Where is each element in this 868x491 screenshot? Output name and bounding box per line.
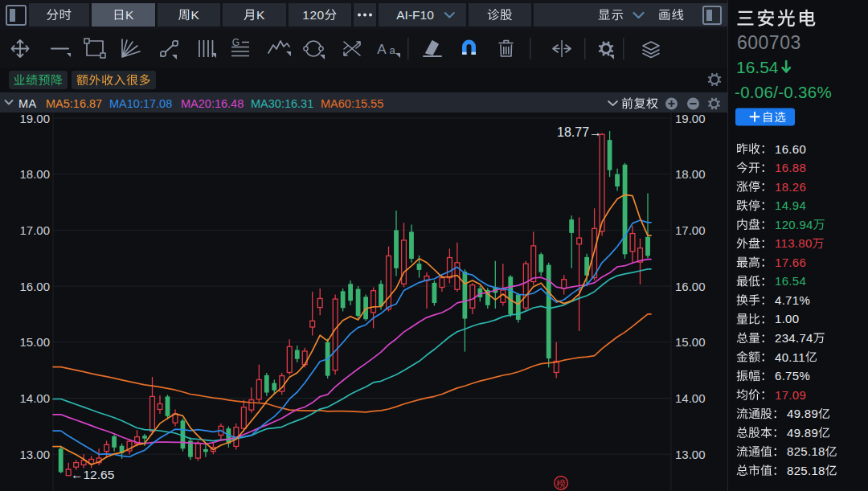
- svg-text:49.89: 49.89: [787, 426, 818, 440]
- svg-text:16.88: 16.88: [775, 161, 806, 174]
- svg-text:K: K: [256, 8, 265, 22]
- svg-text:113.80: 113.80: [775, 236, 813, 250]
- svg-text:18.00: 18.00: [675, 167, 706, 181]
- svg-text:16.00: 16.00: [675, 280, 706, 293]
- svg-text:17.00: 17.00: [675, 223, 706, 237]
- svg-text:15.00: 15.00: [675, 335, 706, 349]
- svg-text:13.00: 13.00: [19, 448, 50, 461]
- svg-text:15.00: 15.00: [19, 335, 50, 349]
- svg-text:G: G: [232, 37, 240, 48]
- svg-text:←12.65: ←12.65: [71, 468, 114, 481]
- svg-text:49.89: 49.89: [787, 407, 818, 420]
- svg-text:16.54: 16.54: [736, 58, 779, 76]
- svg-text:18.26: 18.26: [775, 180, 806, 194]
- svg-text:MA10:17.08: MA10:17.08: [109, 97, 172, 110]
- svg-text:-0.06/-0.36%: -0.06/-0.36%: [735, 83, 832, 101]
- svg-text:234.74: 234.74: [775, 331, 813, 345]
- svg-text:17.66: 17.66: [775, 256, 806, 269]
- svg-text:16.60: 16.60: [775, 142, 806, 156]
- svg-text:AI-F10: AI-F10: [396, 8, 434, 22]
- svg-text:MA60:15.55: MA60:15.55: [321, 97, 383, 110]
- svg-text:MA5:16.87: MA5:16.87: [46, 97, 102, 110]
- svg-text:14.00: 14.00: [675, 391, 706, 405]
- svg-text:1.00: 1.00: [775, 312, 799, 325]
- svg-text:16.54: 16.54: [775, 274, 806, 288]
- svg-text:120.94: 120.94: [775, 218, 813, 231]
- svg-text:MA: MA: [18, 97, 37, 110]
- svg-text:MA30:16.31: MA30:16.31: [251, 97, 313, 110]
- svg-text:K: K: [125, 8, 134, 22]
- svg-text:16.00: 16.00: [19, 280, 50, 293]
- svg-text:14.94: 14.94: [775, 198, 806, 212]
- svg-text:825.18: 825.18: [787, 464, 825, 477]
- svg-text:4.71%: 4.71%: [775, 293, 810, 307]
- svg-text:MA20:16.48: MA20:16.48: [181, 97, 244, 110]
- svg-text:18.77→: 18.77→: [557, 125, 602, 139]
- svg-text:19.00: 19.00: [675, 112, 706, 125]
- svg-text:17.09: 17.09: [775, 388, 806, 402]
- svg-text:600703: 600703: [737, 32, 801, 53]
- svg-text:a: a: [389, 44, 395, 56]
- svg-text:13.00: 13.00: [675, 448, 706, 461]
- svg-text:A: A: [377, 42, 387, 57]
- svg-text:19.00: 19.00: [19, 112, 50, 125]
- svg-text:K: K: [191, 8, 200, 22]
- svg-text:6.75%: 6.75%: [775, 369, 810, 383]
- svg-text:825.18: 825.18: [787, 444, 825, 458]
- svg-text:120: 120: [302, 8, 324, 22]
- svg-text:40.11: 40.11: [775, 350, 805, 364]
- svg-text:17.00: 17.00: [19, 223, 50, 237]
- svg-text:14.00: 14.00: [19, 391, 50, 405]
- svg-text:18.00: 18.00: [19, 167, 50, 181]
